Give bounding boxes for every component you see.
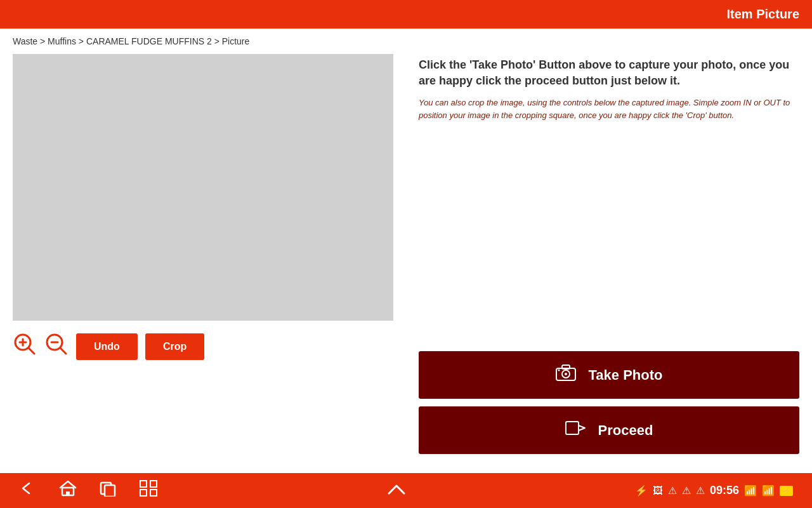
- svg-rect-18: [150, 481, 157, 487]
- instruction-sub: You can also crop the image, using the c…: [419, 97, 799, 121]
- proceed-button[interactable]: Proceed: [419, 406, 799, 454]
- svg-rect-12: [566, 422, 579, 434]
- proceed-icon: [565, 419, 586, 441]
- nav-icons: [19, 479, 158, 502]
- svg-rect-20: [150, 490, 157, 496]
- wifi-icon: 📶: [744, 485, 757, 497]
- take-photo-label: Take Photo: [589, 367, 663, 384]
- svg-rect-14: [66, 491, 70, 495]
- svg-point-9: [565, 373, 567, 375]
- proceed-label: Proceed: [598, 422, 653, 439]
- instruction-main: Click the 'Take Photo' Button above to c…: [419, 57, 799, 89]
- warning-icon-3: ⚠: [696, 485, 705, 497]
- image-icon: 🖼: [653, 485, 663, 497]
- breadcrumb-text: Waste > Muffins > CARAMEL FUDGE MUFFINS …: [13, 36, 249, 46]
- warning-icon-1: ⚠: [668, 485, 677, 497]
- left-panel: Undo Crop: [13, 54, 406, 473]
- crop-button[interactable]: Crop: [145, 333, 204, 360]
- take-photo-button[interactable]: Take Photo: [419, 351, 799, 399]
- svg-rect-16: [105, 485, 115, 497]
- breadcrumb: Waste > Muffins > CARAMEL FUDGE MUFFINS …: [0, 29, 812, 54]
- bottom-bar: ⚡ 🖼 ⚠ ⚠ ⚠ 09:56 📶 📶 ⚡: [0, 473, 812, 508]
- action-buttons: Take Photo Proceed: [419, 351, 799, 473]
- svg-rect-10: [562, 365, 570, 369]
- recents-icon[interactable]: [99, 480, 117, 501]
- usb-icon: ⚡: [635, 485, 648, 497]
- svg-line-3: [29, 348, 34, 354]
- top-bar: Item Picture: [0, 0, 812, 29]
- signal-icon: 📶: [762, 485, 775, 497]
- grid-icon[interactable]: [139, 479, 158, 502]
- status-bar: ⚡ 🖼 ⚠ ⚠ ⚠ 09:56 📶 📶 ⚡: [635, 484, 793, 497]
- warning-icon-2: ⚠: [682, 485, 691, 497]
- page-title: Item Picture: [727, 7, 799, 22]
- zoom-out-icon[interactable]: [44, 332, 69, 361]
- svg-point-11: [558, 370, 560, 371]
- zoom-in-icon[interactable]: [13, 332, 37, 361]
- chevron-up-icon[interactable]: [387, 483, 406, 499]
- undo-button[interactable]: Undo: [76, 333, 138, 360]
- svg-rect-17: [140, 481, 147, 487]
- back-icon[interactable]: [19, 481, 37, 500]
- camera-icon: [556, 364, 576, 386]
- main-content: Undo Crop Click the 'Take Photo' Button …: [0, 54, 812, 473]
- status-time: 09:56: [710, 484, 739, 497]
- svg-rect-19: [140, 490, 147, 496]
- battery-icon: ⚡: [780, 486, 793, 496]
- image-controls: Undo Crop: [13, 332, 406, 361]
- home-icon[interactable]: [59, 480, 77, 501]
- right-panel: Click the 'Take Photo' Button above to c…: [419, 54, 799, 473]
- image-preview: [13, 54, 393, 321]
- svg-line-6: [60, 348, 66, 354]
